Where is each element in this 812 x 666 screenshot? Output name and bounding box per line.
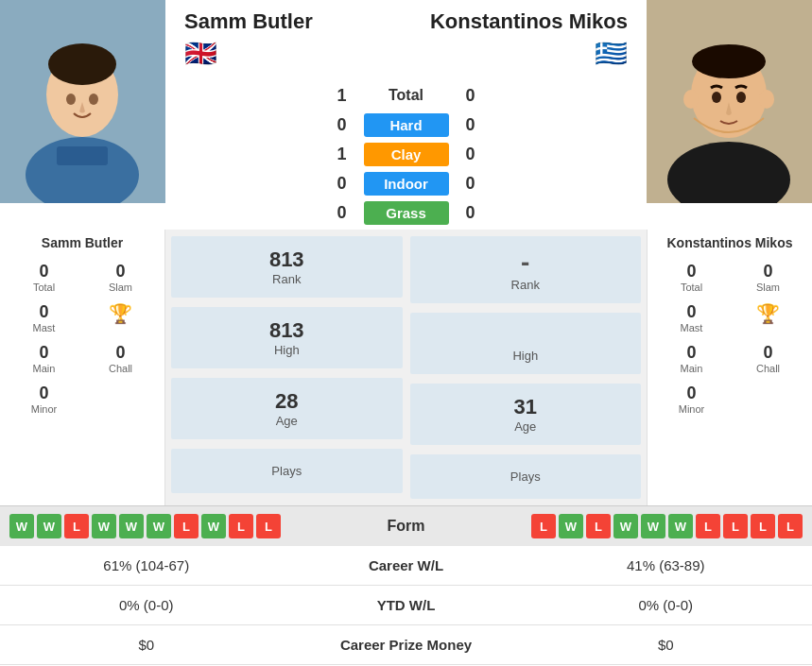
left-mast-label: Mast xyxy=(9,322,78,333)
ytd-wl-row: 0% (0-0) YTD W/L 0% (0-0) xyxy=(0,586,812,625)
center-stats-panels: 813 Rank 813 High 28 Age Plays - xyxy=(165,230,647,505)
right-trophy: 🏆 xyxy=(734,299,803,337)
left-flag: 🇬🇧 xyxy=(184,38,406,69)
right-trophy-icon: 🏆 xyxy=(756,303,780,324)
left-main-value: 0 xyxy=(9,343,78,363)
prize-label: Career Prize Money xyxy=(284,637,529,653)
surface-hard: Hard xyxy=(364,113,449,137)
left-chall-label: Chall xyxy=(86,363,155,374)
names-row: Samm Butler 🇬🇧 Konstantinos Mikos 🇬🇷 xyxy=(165,0,647,78)
left-minor-value: 0 xyxy=(9,384,78,403)
career-wl-row: 61% (104-67) Career W/L 41% (63-89) xyxy=(0,546,812,586)
left-minor: 0 Minor xyxy=(9,380,78,418)
form-section: WWLWWWLWLL Form LWLWWWLLLL xyxy=(0,505,812,546)
right-center-stats: - Rank High 31 Age Plays xyxy=(410,233,642,502)
score-row-grass: 0 Grass 0 xyxy=(165,201,647,225)
right-plays-box: Plays xyxy=(410,454,642,499)
right-score-hard: 0 xyxy=(457,115,485,135)
left-total-label: Total xyxy=(9,282,78,293)
left-form-badge: L xyxy=(256,514,281,538)
right-player-name-area: Konstantinos Mikos 🇬🇷 xyxy=(406,9,629,69)
right-chall: 0 Chall xyxy=(734,339,803,378)
svg-point-3 xyxy=(48,43,116,85)
right-age-box: 31 Age xyxy=(410,384,642,445)
left-age-value: 28 xyxy=(182,389,391,414)
left-form-badge: W xyxy=(201,514,226,538)
right-rank-label: Rank xyxy=(422,278,631,292)
score-row-clay: 1 Clay 0 xyxy=(165,143,647,166)
right-minor: 0 Minor xyxy=(657,380,726,418)
right-slam: 0 Slam xyxy=(734,258,803,297)
right-form-badge: W xyxy=(613,514,638,538)
right-prize: $0 xyxy=(529,637,803,653)
left-score-grass: 0 xyxy=(328,203,356,223)
left-trophy: 🏆 xyxy=(86,299,155,337)
right-stats-panel: Konstantinos Mikos 0 Total 0 Slam 0 Mast… xyxy=(647,230,812,505)
left-rank-box: 813 Rank xyxy=(171,236,403,298)
scores-area: 1 Total 0 0 Hard 0 1 Clay 0 0 xyxy=(165,78,647,230)
left-chall-value: 0 xyxy=(86,343,155,363)
left-mast-value: 0 xyxy=(9,302,78,322)
left-form-badge: L xyxy=(64,514,89,538)
left-rank-label: Rank xyxy=(182,272,391,286)
left-ytd-wl: 0% (0-0) xyxy=(9,597,284,613)
left-main-label: Main xyxy=(9,363,78,374)
left-form-badge: W xyxy=(147,514,171,538)
right-total-label: Total xyxy=(657,282,726,293)
right-form-badge: L xyxy=(723,514,748,538)
right-high-value xyxy=(422,324,631,349)
right-slam-value: 0 xyxy=(734,262,803,282)
left-center-stats: 813 Rank 813 High 28 Age Plays xyxy=(171,233,403,502)
left-plays-label: Plays xyxy=(182,464,391,478)
left-score-hard: 0 xyxy=(328,115,356,135)
left-age-label: Age xyxy=(182,414,391,428)
left-player-name-area: Samm Butler 🇬🇧 xyxy=(184,9,406,69)
score-row-indoor: 0 Indoor 0 xyxy=(165,172,647,196)
surface-indoor: Indoor xyxy=(364,172,449,196)
left-total: 0 Total xyxy=(9,258,78,297)
left-form-badge: W xyxy=(92,514,116,538)
right-mast-label: Mast xyxy=(657,322,726,333)
right-slam-label: Slam xyxy=(734,282,803,293)
left-main: 0 Main xyxy=(9,339,78,378)
right-ytd-wl: 0% (0-0) xyxy=(529,597,803,613)
stats-section: Samm Butler 0 Total 0 Slam 0 Mast 🏆 xyxy=(0,230,812,505)
svg-rect-4 xyxy=(57,146,108,165)
left-plays-box: Plays xyxy=(171,449,403,493)
left-score-total: 1 xyxy=(328,86,356,106)
surface-grass: Grass xyxy=(364,201,449,225)
right-form-badge: L xyxy=(531,514,556,538)
left-career-wl: 61% (104-67) xyxy=(9,557,284,573)
right-form-badge: W xyxy=(559,514,583,538)
left-high-value: 813 xyxy=(182,318,391,343)
left-minor-label: Minor xyxy=(9,403,78,415)
right-rank-box: - Rank xyxy=(410,236,642,303)
left-high-box: 813 High xyxy=(171,307,403,368)
left-rank-value: 813 xyxy=(182,248,391,272)
left-form-badge: W xyxy=(37,514,61,538)
right-plays-label: Plays xyxy=(422,470,631,484)
right-form-badge: L xyxy=(586,514,611,538)
left-age-box: 28 Age xyxy=(171,378,403,439)
right-high-label: High xyxy=(422,349,631,363)
left-trophy-icon: 🏆 xyxy=(109,303,132,324)
left-player-name-sub: Samm Butler xyxy=(0,230,164,258)
prize-row: $0 Career Prize Money $0 xyxy=(0,625,812,665)
form-label: Form xyxy=(350,518,463,535)
left-slam: 0 Slam xyxy=(86,258,155,297)
right-score-clay: 0 xyxy=(457,145,485,164)
left-stats-panel: Samm Butler 0 Total 0 Slam 0 Mast 🏆 xyxy=(0,230,165,505)
right-mast-value: 0 xyxy=(657,302,726,322)
score-row-hard: 0 Hard 0 xyxy=(165,113,647,137)
left-chall: 0 Chall xyxy=(86,339,155,378)
left-slam-value: 0 xyxy=(86,262,155,282)
surface-clay: Clay xyxy=(364,143,449,166)
right-player-name-sub: Konstantinos Mikos xyxy=(648,230,812,258)
left-form-badge: L xyxy=(229,514,253,538)
left-total-value: 0 xyxy=(9,262,78,282)
left-player-photo xyxy=(0,0,165,203)
left-stats-grid: 0 Total 0 Slam 0 Mast 🏆 0 Main xyxy=(0,258,164,418)
right-age-value: 31 xyxy=(422,395,631,419)
right-flag: 🇬🇷 xyxy=(406,38,629,69)
svg-point-12 xyxy=(683,90,699,109)
